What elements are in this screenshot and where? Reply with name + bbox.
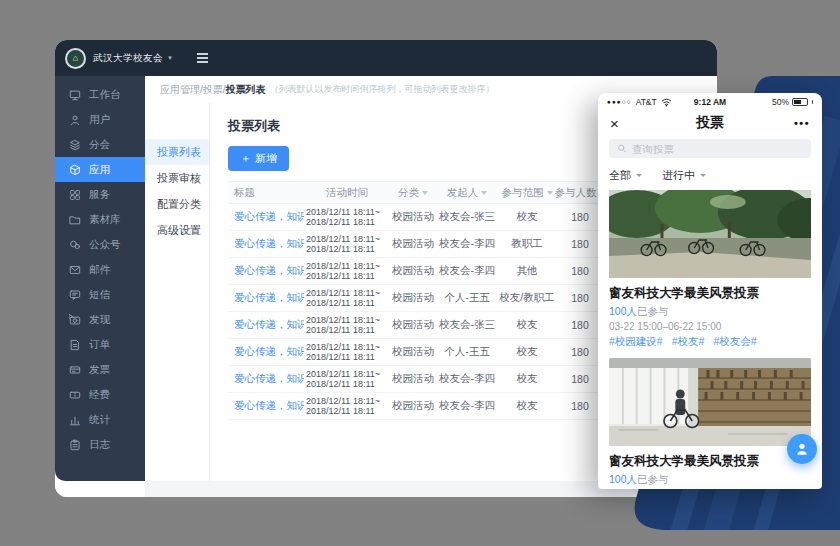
vote-card-list: 窗友科技大学最美风景投票100人已参与03-22 15:00–06-22 15:…	[609, 190, 811, 489]
activity-time: 2018/12/11 18:11~2018/12/11 18:11	[304, 369, 390, 390]
sidebar-item-服务[interactable]: 服务	[55, 182, 145, 207]
sidebar-item-短信[interactable]: 短信	[55, 282, 145, 307]
sidebar-item-订单[interactable]: 订单	[55, 332, 145, 357]
vote-card[interactable]: 窗友科技大学最美风景投票100人已参与03-22 15:00–06-22 15:…	[609, 190, 811, 349]
battery-indicator: 50%	[772, 97, 813, 107]
column-header-参与人数: 参与人数	[556, 186, 604, 200]
workbench-icon	[69, 89, 81, 101]
app-header: ⌂ 武汉大学校友会 ▼	[55, 40, 717, 76]
battery-percent-label: 50%	[772, 97, 789, 107]
more-options-icon[interactable]: •••	[794, 117, 810, 129]
participant-count: 180	[556, 292, 604, 304]
column-header-活动时间: 活动时间	[304, 186, 390, 200]
sidebar-item-label: 经费	[89, 388, 110, 402]
user-icon	[69, 114, 81, 126]
funds-icon	[69, 389, 81, 401]
sidebar-item-邮件[interactable]: 邮件	[55, 257, 145, 282]
initiator: 个人-王五	[436, 291, 498, 305]
vote-title-link[interactable]: 爱心传递，知识...	[234, 399, 304, 411]
card-participants: 100人已参与	[609, 305, 811, 319]
search-input[interactable]	[632, 143, 803, 155]
vote-title-link[interactable]: 爱心传递，知识...	[234, 210, 304, 222]
app-icon	[69, 164, 81, 176]
sidebar-item-经费[interactable]: 经费	[55, 382, 145, 407]
vote-title-link[interactable]: 爱心传递，知识...	[234, 318, 304, 330]
breadcrumb-path[interactable]: 应用管理/投票/	[160, 83, 226, 97]
sidebar-item-label: 邮件	[89, 263, 110, 277]
tag-link[interactable]: #校友#	[672, 335, 705, 349]
sidebar-item-label: 用户	[89, 113, 110, 127]
sidebar-item-用户[interactable]: 用户	[55, 107, 145, 132]
filter-icon[interactable]	[422, 191, 428, 195]
tag-link[interactable]: #校园建设#	[609, 335, 663, 349]
sidebar-item-label: 订单	[89, 338, 110, 352]
branch-icon	[69, 139, 81, 151]
scope: 校友	[498, 372, 556, 386]
vote-card[interactable]: 窗友科技大学最美风景投票100人已参与03-22 15:00–06-22 15:…	[609, 358, 811, 489]
profile-fab-button[interactable]	[787, 434, 817, 464]
initiator: 个人-王五	[436, 345, 498, 359]
sidebar-item-工作台[interactable]: 工作台	[55, 82, 145, 107]
vote-title-link[interactable]: 爱心传递，知识...	[234, 237, 304, 249]
hamburger-menu-icon[interactable]	[197, 53, 208, 62]
breadcrumb-note: （列表默认以发布时间倒序排列，可拖动列表更改排序）	[270, 83, 495, 96]
sidebar-item-label: 短信	[89, 288, 110, 302]
official-account-icon	[69, 239, 81, 251]
vote-title-link[interactable]: 爱心传递，知识...	[234, 345, 304, 357]
library-photo	[609, 358, 811, 446]
sidebar-item-公众号[interactable]: 公众号	[55, 232, 145, 257]
filter-row: 全部进行中	[609, 166, 811, 184]
activity-time: 2018/12/11 18:11~2018/12/11 18:11	[304, 396, 390, 417]
sidebar-item-label: 发现	[89, 313, 110, 327]
phone-status-bar: ●●●○○ AT&T 9:12 AM 50%	[598, 93, 822, 110]
filter-icon[interactable]	[547, 191, 553, 195]
initiator: 校友会-李四	[436, 372, 498, 386]
plus-icon: ＋	[240, 151, 251, 166]
vote-title-link[interactable]: 爱心传递，知识...	[234, 264, 304, 276]
vote-title-link[interactable]: 爱心传递，知识...	[234, 372, 304, 384]
category: 校园活动	[390, 372, 436, 386]
sidebar-item-发票[interactable]: 发票	[55, 357, 145, 382]
vote-title-link[interactable]: 爱心传递，知识...	[234, 291, 304, 303]
library-icon	[69, 214, 81, 226]
sidebar-item-素材库[interactable]: 素材库	[55, 207, 145, 232]
phone-mockup: ●●●○○ AT&T 9:12 AM 50% × 投票 ••• 全部进行中	[598, 93, 822, 489]
sidebar-item-label: 日志	[89, 438, 110, 452]
add-button[interactable]: ＋ 新增	[228, 146, 289, 171]
sidebar-item-label: 统计	[89, 413, 110, 427]
phone-body: 全部进行中 窗友科技大学最美风景投票100人已参与03-22 15:00–06-…	[598, 136, 822, 489]
sidebar-item-label: 素材库	[89, 213, 121, 227]
scope: 其他	[498, 264, 556, 278]
brand-title: 武汉大学校友会	[93, 52, 163, 65]
discover-icon	[69, 314, 81, 326]
scope: 校友	[498, 345, 556, 359]
sidebar-item-label: 服务	[89, 188, 110, 202]
activity-time: 2018/12/11 18:11~2018/12/11 18:11	[304, 315, 390, 336]
tab-配置分类[interactable]: 配置分类	[145, 191, 209, 217]
sidebar-item-应用[interactable]: 应用	[55, 157, 145, 182]
card-tags: #校园建设##校友##校友会#	[609, 335, 811, 349]
activity-time: 2018/12/11 18:11~2018/12/11 18:11	[304, 207, 390, 228]
tab-投票审核[interactable]: 投票审核	[145, 165, 209, 191]
filter-dropdown-全部[interactable]: 全部	[609, 168, 642, 183]
sidebar-item-统计[interactable]: 统计	[55, 407, 145, 432]
sidebar-item-日志[interactable]: 日志	[55, 432, 145, 457]
sidebar-item-分会[interactable]: 分会	[55, 132, 145, 157]
tag-link[interactable]: #校友会#	[713, 335, 756, 349]
filter-icon[interactable]	[481, 191, 487, 195]
service-icon	[69, 189, 81, 201]
initiator: 校友会-李四	[436, 264, 498, 278]
participant-count: 180	[556, 265, 604, 277]
caret-down-icon[interactable]: ▼	[167, 55, 173, 61]
participant-count: 180	[556, 319, 604, 331]
sub-nav-tabs: 投票列表投票审核配置分类高级设置	[145, 103, 210, 481]
tab-投票列表[interactable]: 投票列表	[145, 139, 209, 165]
campus-photo	[609, 190, 811, 278]
sidebar-item-发现[interactable]: 发现	[55, 307, 145, 332]
search-bar[interactable]	[609, 139, 811, 158]
tab-高级设置[interactable]: 高级设置	[145, 217, 209, 243]
filter-dropdown-进行中[interactable]: 进行中	[662, 168, 706, 183]
scope: 校友	[498, 318, 556, 332]
participant-count: 180	[556, 400, 604, 412]
stats-icon	[69, 414, 81, 426]
